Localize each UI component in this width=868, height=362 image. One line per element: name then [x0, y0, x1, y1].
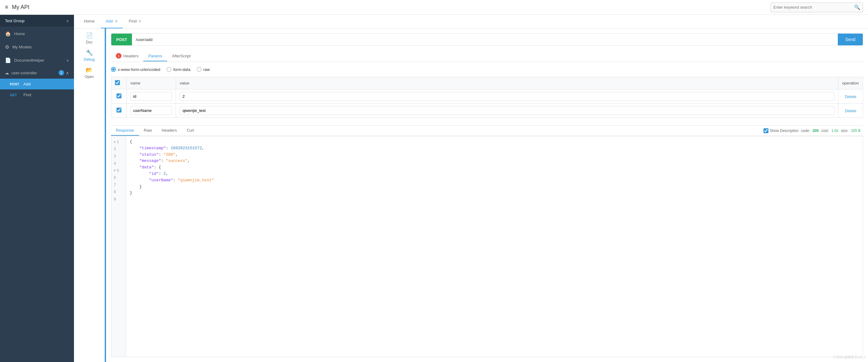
req-tab-params-label: Params	[148, 54, 162, 58]
body-type-group: x-www-form-urlencoded form-data raw	[111, 67, 863, 72]
radio-circle-raw	[197, 67, 202, 72]
radio-label-x-www: x-www-form-urlencoded	[118, 67, 160, 72]
send-button[interactable]: Send	[838, 34, 863, 45]
left-panel-debug[interactable]: 🔧 Debug	[84, 49, 95, 62]
models-icon: ⚙	[5, 44, 9, 50]
code-line-5: "data": {	[130, 164, 859, 171]
code-line-8: }	[130, 184, 859, 190]
sidebar-item-home[interactable]: 🏠 Home	[0, 27, 74, 40]
method-post-label: POST	[10, 82, 21, 86]
param-name-input-username[interactable]	[130, 106, 172, 115]
watermark: CSDN @程序员 jet_c	[833, 355, 866, 360]
table-row: Delete	[111, 103, 863, 118]
col-header-check	[111, 77, 127, 89]
param-value-input-username[interactable]	[180, 106, 834, 115]
main-panel: POST Send 1 Headers Params AfterScript	[106, 28, 868, 362]
tab-add[interactable]: Add ✕	[101, 15, 123, 28]
sidebar-dochelper-label: DocumentHelper	[14, 58, 44, 63]
line-num-3: 3	[111, 153, 126, 160]
dochelper-icon: 📄	[5, 57, 11, 63]
response-section: Response Raw Headers Curl	[111, 125, 863, 357]
code-viewer: ▼1 2 3 4 ▼5 6 7 8 9 { "timesta	[111, 136, 863, 357]
sidebar-models-label: My Models	[12, 45, 32, 49]
col-header-operation: operation	[838, 77, 863, 89]
controller-right: 2 ∧	[59, 70, 69, 76]
tab-add-close-icon[interactable]: ✕	[115, 19, 118, 24]
tab-home[interactable]: Home	[79, 15, 99, 28]
sidebar-endpoint-get-find[interactable]: GET Find	[0, 89, 74, 100]
resp-tab-raw-label: Raw	[144, 128, 152, 132]
resp-tab-curl[interactable]: Curl	[182, 125, 199, 136]
row-checkbox-username[interactable]	[117, 108, 121, 113]
req-tab-params[interactable]: Params	[143, 51, 167, 61]
row-value-id	[176, 89, 838, 103]
code-line-1: {	[130, 139, 859, 145]
req-tab-afterscript[interactable]: AfterScript	[167, 51, 196, 61]
line-num-8: 8	[111, 189, 126, 196]
tab-find[interactable]: Find ✕	[124, 15, 147, 28]
resp-tab-headers[interactable]: Headers	[157, 125, 182, 136]
radio-form-data[interactable]: form-data	[166, 67, 190, 72]
row-checkbox-id[interactable]	[117, 93, 121, 98]
controller-chevron-icon: ∧	[66, 70, 69, 75]
delete-button-username[interactable]: Delete	[845, 109, 857, 113]
sidebar-controller[interactable]: ☁ user-controller 2 ∧	[0, 67, 74, 79]
debug-icon: 🔧	[86, 49, 93, 56]
endpoint-find-label: Find	[24, 92, 31, 97]
table-row: Delete	[111, 89, 863, 103]
headers-badge: 1	[116, 53, 121, 59]
req-tab-headers[interactable]: 1 Headers	[111, 51, 143, 62]
line-num-2: 2	[111, 146, 126, 153]
dochelper-chevron-icon: ∨	[66, 58, 69, 63]
sidebar-item-document-helper[interactable]: 📄 DocumentHelper ∨	[0, 54, 74, 67]
open-icon: 📂	[86, 67, 92, 73]
doc-label: Doc	[86, 40, 92, 44]
response-cost-label: cost:	[821, 128, 829, 133]
show-description-checkbox[interactable]	[764, 128, 769, 133]
controller-badge: 2	[59, 70, 64, 76]
sidebar: Test Group ∨ 🏠 Home ⚙ My Models 📄 Docume…	[0, 15, 74, 362]
group-selector[interactable]: Test Group ∨	[0, 15, 74, 27]
radio-x-www-form-urlencoded[interactable]: x-www-form-urlencoded	[111, 67, 160, 72]
content-area: Home Add ✕ Find ✕ 📄 Doc 🔧 Debug	[74, 15, 868, 362]
tab-find-close-icon[interactable]: ✕	[138, 19, 142, 24]
hamburger-icon[interactable]: ≡	[5, 4, 8, 10]
group-label: Test Group	[5, 19, 25, 23]
sidebar-endpoint-post-add[interactable]: POST Add	[0, 79, 74, 89]
split-pane: 📄 Doc 🔧 Debug 📂 Open POST	[74, 28, 868, 362]
search-input[interactable]	[773, 5, 853, 9]
fold-icon-5[interactable]: ▼	[114, 168, 116, 173]
left-panel-open[interactable]: 📂 Open	[85, 67, 94, 79]
url-input[interactable]	[132, 34, 838, 45]
radio-raw[interactable]: raw	[197, 67, 210, 72]
url-bar: POST Send	[111, 33, 863, 46]
param-name-input-id[interactable]	[130, 92, 172, 101]
left-panel: 📄 Doc 🔧 Debug 📂 Open	[74, 28, 105, 362]
resp-tab-response-label: Response	[116, 128, 134, 132]
code-content: { "timestamp": 1692023151572, "status": …	[126, 136, 863, 357]
line-num-5: ▼5	[111, 168, 126, 175]
show-description-control[interactable]: Show Description	[764, 128, 798, 133]
tabs-bar: Home Add ✕ Find ✕	[74, 15, 868, 28]
row-check-id	[111, 89, 127, 103]
left-panel-doc[interactable]: 📄 Doc	[86, 32, 93, 44]
col-header-name: name	[127, 77, 176, 89]
tab-add-label: Add	[106, 19, 113, 24]
group-chevron-icon: ∨	[66, 19, 69, 23]
fold-icon-1[interactable]: ▼	[114, 140, 116, 145]
select-all-checkbox[interactable]	[115, 80, 120, 85]
delete-button-id[interactable]: Delete	[845, 94, 857, 99]
sidebar-item-my-models[interactable]: ⚙ My Models	[0, 40, 74, 54]
app-title: My API	[12, 4, 30, 10]
resp-tab-raw[interactable]: Raw	[139, 125, 157, 136]
radio-circle-form-data	[166, 67, 172, 72]
endpoint-add-label: Add	[24, 82, 31, 86]
code-line-4: "message": "success",	[130, 158, 859, 164]
row-operation-id: Delete	[838, 89, 863, 103]
row-value-username	[176, 103, 838, 118]
sidebar-home-label: Home	[14, 31, 25, 36]
line-num-9: 9	[111, 196, 126, 203]
response-cost-value: 1.0s	[831, 128, 838, 133]
param-value-input-id[interactable]	[180, 92, 834, 101]
resp-tab-response[interactable]: Response	[111, 125, 139, 136]
